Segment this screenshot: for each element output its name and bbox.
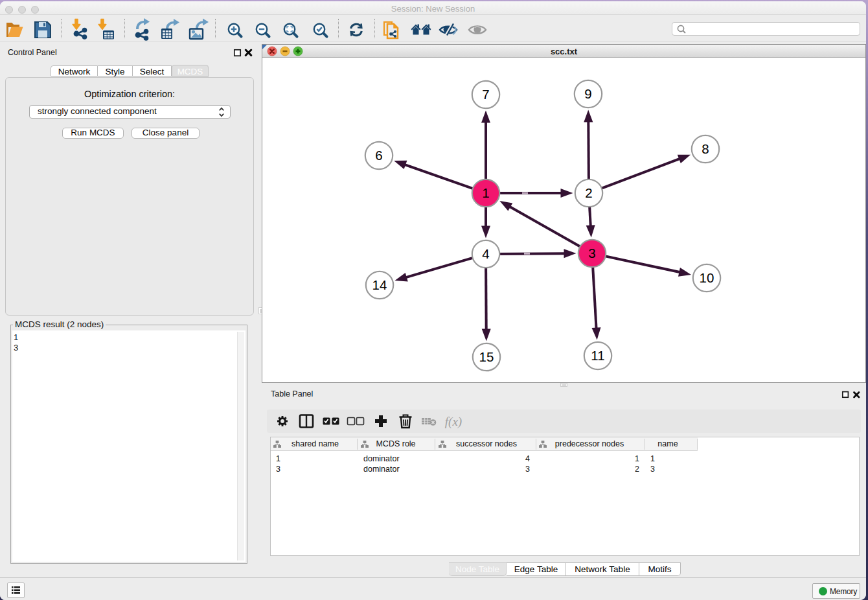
- svg-text:4: 4: [482, 246, 489, 261]
- svg-text:6: 6: [375, 148, 382, 163]
- svg-text:9: 9: [584, 86, 591, 101]
- svg-text:7: 7: [482, 87, 489, 102]
- svg-text:8: 8: [702, 141, 709, 156]
- svg-text:10: 10: [700, 270, 714, 285]
- svg-text:3: 3: [588, 246, 595, 260]
- svg-text:2: 2: [585, 185, 592, 200]
- svg-text:f(x): f(x): [445, 415, 462, 429]
- svg-text:14: 14: [372, 277, 387, 292]
- svg-text:15: 15: [479, 349, 494, 364]
- svg-text:1: 1: [482, 185, 489, 200]
- svg-text:11: 11: [591, 348, 604, 363]
